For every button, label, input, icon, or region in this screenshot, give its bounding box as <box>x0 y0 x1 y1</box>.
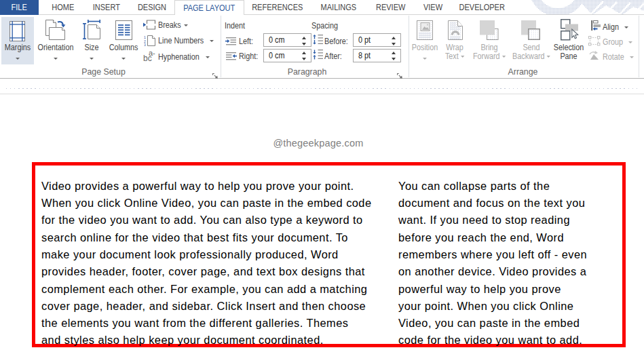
svg-text:3: 3 <box>144 43 146 46</box>
